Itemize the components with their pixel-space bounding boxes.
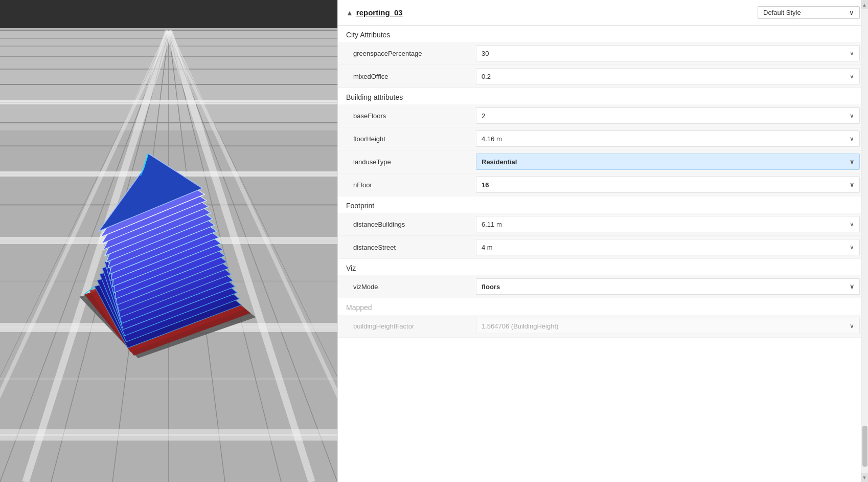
property-row-distanceBuildings: distanceBuildings 6.11 m ∨ bbox=[338, 213, 868, 236]
section-viz: Viz bbox=[338, 259, 868, 275]
scrollbar-thumb[interactable] bbox=[862, 426, 867, 467]
scroll-up-button[interactable]: ▲ bbox=[861, 0, 868, 9]
property-value-distanceBuildings[interactable]: 6.11 m ∨ bbox=[476, 216, 860, 232]
property-value-greenspacePercentage[interactable]: 30 ∨ bbox=[476, 45, 860, 61]
property-value-vizMode[interactable]: floors ∨ bbox=[476, 278, 860, 295]
property-value-text: Residential bbox=[482, 158, 517, 166]
style-dropdown[interactable]: Default Style ∨ bbox=[758, 6, 860, 19]
property-value-text: 2 bbox=[482, 112, 485, 120]
property-value-text: 6.11 m bbox=[482, 221, 502, 228]
property-chevron-icon: ∨ bbox=[850, 135, 854, 142]
property-chevron-icon: ∨ bbox=[850, 221, 854, 228]
property-name-vizMode: vizMode bbox=[353, 283, 476, 291]
property-value-text: 4 m bbox=[482, 244, 493, 251]
properties-panel: ▲ reporting_03 Default Style ∨ City Attr… bbox=[337, 0, 868, 482]
property-name-buildingHeightFactor: buildingHeightFactor bbox=[353, 322, 476, 330]
property-row-baseFloors: baseFloors 2 ∨ bbox=[338, 104, 868, 127]
collapse-icon[interactable]: ▲ bbox=[346, 9, 353, 17]
property-value-text: floors bbox=[482, 283, 500, 291]
property-value-text: 1.564706 (BuildingHeight) bbox=[482, 322, 558, 330]
property-row-floorHeight: floorHeight 4.16 m ∨ bbox=[338, 127, 868, 150]
property-chevron-icon: ∨ bbox=[850, 158, 854, 165]
property-value-floorHeight[interactable]: 4.16 m ∨ bbox=[476, 130, 860, 147]
property-name-floorHeight: floorHeight bbox=[353, 135, 476, 143]
property-value-landuseType[interactable]: Residential ∨ bbox=[476, 154, 860, 170]
property-row-nFloor: nFloor 16 ∨ bbox=[338, 173, 868, 196]
scrollbar-track: ▲ ▼ bbox=[861, 0, 868, 482]
property-row-landuseType: landuseType Residential ∨ bbox=[338, 150, 868, 173]
property-chevron-icon: ∨ bbox=[850, 244, 854, 251]
svg-rect-1 bbox=[0, 0, 337, 31]
property-chevron-icon: ∨ bbox=[850, 73, 854, 80]
property-row-greenspacePercentage: greenspacePercentage 30 ∨ bbox=[338, 42, 868, 65]
property-chevron-icon: ∨ bbox=[850, 181, 854, 188]
property-name-baseFloors: baseFloors bbox=[353, 112, 476, 120]
property-row-mixedOffice: mixedOffice 0.2 ∨ bbox=[338, 65, 868, 88]
property-value-buildingHeightFactor[interactable]: 1.564706 (BuildingHeight) ∨ bbox=[476, 318, 860, 334]
property-name-distanceStreet: distanceStreet bbox=[353, 244, 476, 251]
3d-viewport[interactable] bbox=[0, 0, 337, 482]
scroll-down-button[interactable]: ▼ bbox=[861, 473, 868, 482]
property-value-text: 30 bbox=[482, 50, 489, 57]
property-value-text: 4.16 m bbox=[482, 135, 502, 143]
property-value-distanceStreet[interactable]: 4 m ∨ bbox=[476, 239, 860, 255]
layer-title[interactable]: reporting_03 bbox=[356, 8, 403, 17]
property-value-nFloor[interactable]: 16 ∨ bbox=[476, 177, 860, 193]
property-chevron-icon: ∨ bbox=[850, 322, 854, 330]
section-footprint: Footprint bbox=[338, 196, 868, 213]
style-dropdown-label: Default Style bbox=[763, 9, 801, 16]
property-value-baseFloors[interactable]: 2 ∨ bbox=[476, 107, 860, 124]
section-building-attributes: Building attributes bbox=[338, 88, 868, 104]
property-row-distanceStreet: distanceStreet 4 m ∨ bbox=[338, 236, 868, 259]
properties-wrapper: ▲ reporting_03 Default Style ∨ City Attr… bbox=[337, 0, 868, 482]
panel-header: ▲ reporting_03 Default Style ∨ bbox=[338, 0, 868, 26]
property-value-text: 0.2 bbox=[482, 73, 491, 80]
style-chevron-icon: ∨ bbox=[849, 9, 854, 16]
property-name-greenspacePercentage: greenspacePercentage bbox=[353, 50, 476, 57]
section-city-attributes: City Attributes bbox=[338, 26, 868, 42]
property-row-buildingHeightFactor: buildingHeightFactor 1.564706 (BuildingH… bbox=[338, 315, 868, 338]
property-chevron-icon: ∨ bbox=[850, 50, 854, 57]
property-name-distanceBuildings: distanceBuildings bbox=[353, 221, 476, 228]
property-chevron-icon: ∨ bbox=[850, 112, 854, 119]
section-mapped: Mapped bbox=[338, 298, 868, 315]
property-name-nFloor: nFloor bbox=[353, 181, 476, 189]
property-value-text: 16 bbox=[482, 181, 489, 189]
property-chevron-icon: ∨ bbox=[850, 283, 854, 290]
property-name-mixedOffice: mixedOffice bbox=[353, 73, 476, 80]
property-row-vizMode: vizMode floors ∨ bbox=[338, 275, 868, 298]
property-name-landuseType: landuseType bbox=[353, 158, 476, 166]
property-value-mixedOffice[interactable]: 0.2 ∨ bbox=[476, 68, 860, 84]
